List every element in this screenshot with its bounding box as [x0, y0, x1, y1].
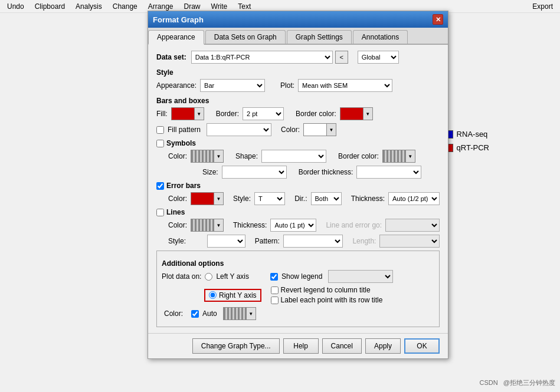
tab-datasets-on-graph[interactable]: Data Sets on Graph [205, 30, 286, 44]
error-bars-color-button[interactable] [191, 192, 214, 205]
tab-graph-settings[interactable]: Graph Settings [287, 30, 352, 44]
label-each-point-checkbox[interactable] [271, 297, 279, 304]
symbols-color-label: Color: [168, 152, 187, 160]
revert-legend-checkbox[interactable] [271, 286, 279, 294]
ok-button[interactable]: OK [404, 338, 440, 354]
appearance-select[interactable]: Bar [200, 79, 265, 92]
menu-arrange[interactable]: Arrange [143, 1, 178, 12]
error-bars-style-select[interactable]: T [254, 192, 285, 205]
error-bars-dir-select[interactable]: Both [311, 192, 342, 205]
fill-pattern-label: Fill pattern [168, 126, 201, 134]
prev-dataset-button[interactable]: < [335, 51, 348, 64]
legend-label-rnaseq: RNA-seq [457, 130, 488, 139]
auto-color-button[interactable] [223, 307, 247, 320]
error-bars-style-label: Style: [233, 195, 251, 203]
fill-color-button[interactable] [171, 107, 195, 120]
error-bars-checkbox[interactable] [156, 182, 164, 190]
fill-pattern-checkbox[interactable] [156, 126, 164, 134]
menu-export[interactable]: Export [528, 1, 558, 12]
revert-legend-label: Revert legend to column title [281, 286, 371, 294]
symbols-color-button[interactable] [191, 150, 214, 163]
error-bars-header-row: Error bars [156, 182, 440, 190]
plot-data-label: Plot data on: [162, 272, 201, 281]
right-axis-box: Right Y axis [204, 289, 261, 302]
symbols-header: Symbols [166, 139, 196, 147]
fill-pattern-color-arrow[interactable]: ▼ [327, 123, 336, 136]
symbols-border-thickness-select[interactable] [356, 166, 421, 179]
error-bars-row: Color: ▼ Style: T Dir.: Both Thickness: … [168, 192, 440, 205]
dataset-row: Data set: Data 1:B:qRT-PCR < Global [156, 51, 440, 64]
symbols-border-color-button[interactable] [382, 150, 406, 163]
symbols-header-row: Symbols [156, 139, 440, 147]
error-bars-color-arrow[interactable]: ▼ [214, 192, 224, 205]
plot-select[interactable]: Mean with SEM [298, 79, 392, 92]
symbols-border-color-arrow[interactable]: ▼ [406, 150, 415, 163]
error-bars-thickness-select[interactable]: Auto (1/2 pt) [388, 192, 440, 205]
lines-length-select[interactable] [379, 235, 440, 248]
menu-text[interactable]: Text [233, 1, 256, 12]
watermark: CSDN @拒绝三分钟热度 [479, 378, 555, 387]
cancel-button[interactable]: Cancel [322, 338, 362, 354]
menu-analysis[interactable]: Analysis [71, 1, 107, 12]
fill-pattern-select[interactable] [207, 123, 271, 136]
fill-pattern-color-button[interactable] [303, 123, 327, 136]
menu-write[interactable]: Write [207, 1, 232, 12]
symbols-shape-select[interactable] [261, 150, 326, 163]
error-bars-thickness-label: Thickness: [351, 195, 385, 203]
additional-options-header: Additional options [162, 259, 434, 268]
lines-style-select[interactable] [207, 235, 245, 248]
symbols-row2: Size: Border thickness: [168, 166, 440, 179]
additional-options-section: Additional options Plot data on: Left Y … [156, 251, 440, 327]
dialog-content: Data set: Data 1:B:qRT-PCR < Global Styl… [148, 45, 448, 333]
tab-annotations[interactable]: Annotations [353, 30, 408, 44]
tab-appearance[interactable]: Appearance [148, 30, 204, 45]
dataset-select[interactable]: Data 1:B:qRT-PCR [191, 51, 333, 64]
lines-thickness-select[interactable]: Auto (1 pt) [270, 219, 316, 232]
menu-clipboard[interactable]: Clipboard [30, 1, 70, 12]
menu-change[interactable]: Change [108, 1, 142, 12]
fill-row: Fill: ▼ Border: 2 pt Border color: ▼ [156, 107, 440, 120]
lines-color-arrow[interactable]: ▼ [214, 219, 224, 232]
lines-checkbox[interactable] [156, 209, 164, 216]
lines-pattern-select[interactable] [283, 235, 343, 248]
symbols-checkbox[interactable] [156, 140, 164, 147]
border-color-arrow[interactable]: ▼ [363, 107, 373, 120]
border-label: Border: [216, 110, 239, 118]
dialog-buttons: Change Graph Type... Help Cancel Apply O… [148, 333, 448, 358]
help-button[interactable]: Help [283, 338, 319, 354]
auto-color-checkbox[interactable] [191, 310, 199, 318]
left-y-axis-radio[interactable] [205, 273, 212, 281]
right-y-axis-label: Right Y axis [219, 291, 257, 299]
menu-undo[interactable]: Undo [2, 1, 29, 12]
plot-data-row: Plot data on: Left Y axis Show legend [162, 270, 434, 283]
style-section-header: Style [156, 68, 440, 77]
color-label: Color: [281, 126, 300, 134]
show-legend-checkbox[interactable] [270, 273, 278, 281]
symbols-size-select[interactable] [222, 166, 287, 179]
show-legend-label: Show legend [281, 272, 322, 281]
border-color-label: Border color: [296, 110, 336, 118]
symbols-row1: Color: ▼ Shape: Border color: ▼ [168, 150, 440, 163]
apply-button[interactable]: Apply [365, 338, 401, 354]
lines-color-button[interactable] [191, 219, 214, 232]
right-y-axis-radio[interactable] [209, 291, 217, 299]
symbols-shape-label: Shape: [235, 152, 258, 160]
error-bars-dir-label: Dir.: [294, 195, 307, 203]
dataset-label: Data set: [156, 53, 186, 61]
close-button[interactable]: ✕ [433, 14, 443, 25]
error-bars-header: Error bars [166, 182, 201, 190]
border-select[interactable]: 2 pt [243, 107, 284, 120]
menu-draw[interactable]: Draw [179, 1, 205, 12]
fill-color-arrow[interactable]: ▼ [195, 107, 204, 120]
symbols-color-arrow[interactable]: ▼ [214, 150, 224, 163]
lines-color-label: Color: [168, 221, 187, 229]
auto-color-arrow[interactable]: ▼ [247, 307, 256, 320]
change-graph-type-button[interactable]: Change Graph Type... [192, 338, 280, 354]
lines-style-label: Style: [168, 237, 186, 245]
show-legend-select[interactable] [328, 270, 393, 283]
global-select[interactable]: Global [358, 51, 399, 64]
dialog-title: Format Graph [153, 15, 204, 24]
border-color-button[interactable] [340, 107, 363, 120]
symbols-size-label: Size: [202, 168, 218, 176]
lines-error-select[interactable] [385, 219, 440, 232]
